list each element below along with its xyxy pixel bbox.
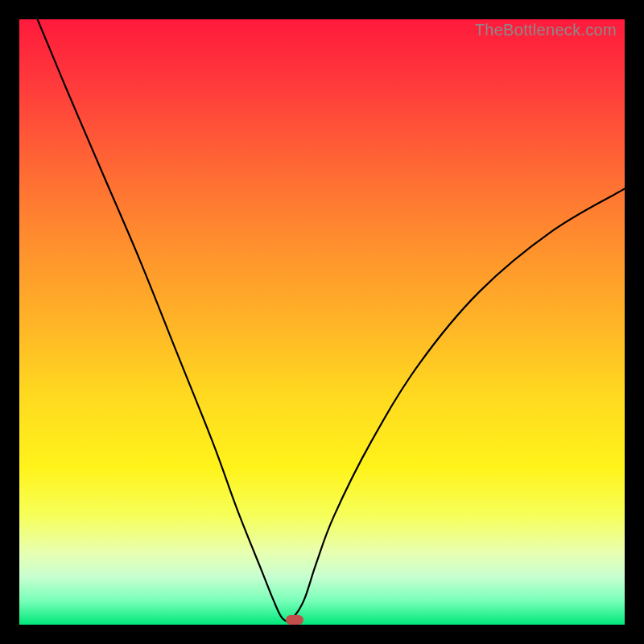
chart-frame: TheBottleneck.com (0, 0, 644, 644)
optimal-point-marker (286, 615, 303, 625)
bottleneck-curve (19, 19, 625, 625)
plot-area: TheBottleneck.com (19, 19, 625, 625)
watermark-label: TheBottleneck.com (475, 21, 617, 39)
